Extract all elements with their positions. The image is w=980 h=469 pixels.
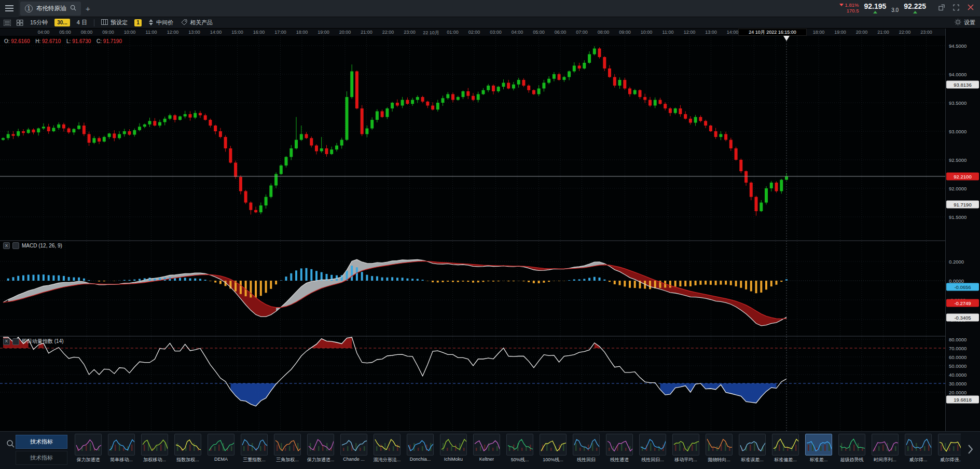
indicator-thumbnail <box>739 434 766 456</box>
search-icon[interactable] <box>70 4 76 13</box>
indicator-card[interactable]: Keltner <box>472 434 501 468</box>
time-tick: 07:00 <box>576 30 588 35</box>
indicator-card[interactable]: 保力加通道... <box>306 434 335 468</box>
momentum-axis-label: 60.0000 <box>949 354 967 360</box>
close-window-icon[interactable] <box>964 2 977 12</box>
indicator-card-label: 线性回归 <box>577 457 596 463</box>
bid-up-arrow-icon <box>873 11 877 13</box>
layout-grid-icon[interactable] <box>17 20 23 26</box>
indicator-card[interactable]: 线性回归... <box>638 434 667 468</box>
indicator-card[interactable]: 标准差... <box>804 434 833 468</box>
close-price-pill: 91.7190 <box>946 201 979 209</box>
time-tick: 17:00 <box>274 30 286 35</box>
indicator-card[interactable]: 三重指数... <box>240 434 269 468</box>
instrument-tab[interactable]: 1 布伦特原油 <box>20 2 81 16</box>
time-axis[interactable]: 24 10月 2022 16:15:00 04:0005:0008:0009:0… <box>0 29 945 36</box>
popout-window-icon[interactable] <box>935 2 948 12</box>
window-controls <box>935 0 977 12</box>
interval-quick-button[interactable]: 30... <box>54 19 70 26</box>
related-products-button[interactable]: 相关产品 <box>180 18 214 27</box>
indicator-card-label: 时间序列... <box>874 457 896 463</box>
bid-block: 92.195 <box>864 3 886 13</box>
momentum-minimize-icon[interactable] <box>12 338 19 345</box>
interval-label: 15分钟 <box>30 19 48 26</box>
range-button[interactable]: 4 日 <box>76 18 88 27</box>
indicator-tabs: 技术指标 技术指标 <box>16 435 67 467</box>
tab-technical-indicators-2[interactable]: 技术指标 <box>16 451 67 465</box>
indicator-card[interactable]: Chande ... <box>339 434 368 468</box>
indicator-card[interactable]: DEMA <box>206 434 236 468</box>
price-axis-label: 93.5000 <box>949 100 967 106</box>
gear-icon <box>955 19 961 26</box>
indicator-thumbnail <box>838 434 865 456</box>
price-axis-label: 92.5000 <box>949 157 967 163</box>
indicator-card-label: Donchia... <box>410 457 431 462</box>
indicator-card[interactable]: IchiMoku <box>439 434 468 468</box>
high-value: 92.6710 <box>42 38 61 44</box>
add-tab-button[interactable]: + <box>81 2 95 16</box>
time-tick: 05:00 <box>533 30 545 35</box>
indicator-card-label: 线性通道 <box>610 457 629 463</box>
preset-button[interactable]: 预设定 <box>100 18 129 27</box>
indicator-card[interactable]: 加权移动... <box>140 434 169 468</box>
indicator-card[interactable]: Donchia... <box>406 434 435 468</box>
tab-technical-indicators[interactable]: 技术指标 <box>16 435 67 449</box>
ask-up-arrow-icon <box>913 11 917 13</box>
time-tick: 19:00 <box>318 30 329 35</box>
indicator-thumbnail <box>938 434 961 456</box>
indicator-card[interactable]: 标准误差... <box>738 434 767 468</box>
indicator-thumbnail <box>307 434 334 456</box>
price-axis[interactable]: 94.500094.000093.500093.000092.500092.00… <box>945 29 980 431</box>
indicator-thumbnail <box>340 434 367 456</box>
interval-button[interactable]: 15分钟 <box>29 18 49 27</box>
indicator-card[interactable]: 保力加通道 <box>74 434 103 468</box>
indicator-card-label: IchiMoku <box>444 457 463 462</box>
change-percent: 1.81% <box>845 2 859 8</box>
indicator-card[interactable]: 线性回归 <box>572 434 601 468</box>
macd-close-icon[interactable]: X <box>3 242 10 249</box>
last-price-pill: 92.2100 <box>946 173 979 181</box>
time-tick: 22 10月 <box>423 30 439 36</box>
indicator-card[interactable]: 超级趋势线 <box>837 434 866 468</box>
chart-canvas[interactable] <box>0 0 945 431</box>
indicator-card[interactable]: 抛物转向... <box>705 434 734 468</box>
indicator-card[interactable]: 简单移动... <box>107 434 136 468</box>
indicator-thumbnail <box>407 434 434 456</box>
settings-button[interactable]: 设置 <box>954 18 976 27</box>
indicator-card[interactable]: 三角加权... <box>273 434 302 468</box>
indicator-search-icon[interactable] <box>3 439 13 449</box>
indicator-thumbnail <box>473 434 500 456</box>
down-arrow-icon <box>839 4 844 6</box>
macd-signal-pill: -0.2749 <box>946 299 979 307</box>
momentum-close-icon[interactable]: X <box>3 338 10 345</box>
maximize-icon[interactable] <box>950 2 962 12</box>
indicator-panel: 技术指标 技术指标 保力加通道简单移动...加权移动...指数加权...DEMA… <box>0 431 980 469</box>
hamburger-menu-icon[interactable] <box>0 0 19 17</box>
mid-price-label: 中间价 <box>156 19 173 26</box>
indicator-card[interactable]: 线性通道 <box>605 434 634 468</box>
scroll-right-icon[interactable] <box>963 443 977 457</box>
indicator-card[interactable]: 威尔得... <box>904 434 933 468</box>
indicator-thumbnail <box>872 434 899 456</box>
preset-label: 预设定 <box>111 19 128 26</box>
mid-price-button[interactable]: 中间价 <box>147 18 174 27</box>
indicator-thumbnail <box>706 434 733 456</box>
indicator-card[interactable]: 50%线... <box>505 434 534 468</box>
indicator-card[interactable]: 混沌分形法... <box>372 434 402 468</box>
indicator-card[interactable]: 时间序列... <box>871 434 900 468</box>
instrument-name: 布伦特原油 <box>36 5 66 12</box>
indicator-card-label: 抛物转向... <box>708 457 730 463</box>
tab-number-icon: 1 <box>25 5 33 12</box>
indicator-card[interactable]: 威尔得强... <box>937 434 961 468</box>
quote-list-icon[interactable] <box>4 20 11 26</box>
momentum-axis-label: 70.0000 <box>949 346 967 351</box>
indicator-card[interactable]: 100%线... <box>539 434 568 468</box>
indicator-card[interactable]: 标准偏差... <box>771 434 800 468</box>
related-products-label: 相关产品 <box>190 19 213 26</box>
indicator-card[interactable]: 移动平均... <box>671 434 700 468</box>
indicator-thumbnail <box>905 434 932 456</box>
low-value: 91.6730 <box>72 38 91 44</box>
preset-count-badge[interactable]: 1 <box>134 19 142 26</box>
indicator-card[interactable]: 指数加权... <box>173 434 202 468</box>
macd-minimize-icon[interactable] <box>12 242 19 249</box>
